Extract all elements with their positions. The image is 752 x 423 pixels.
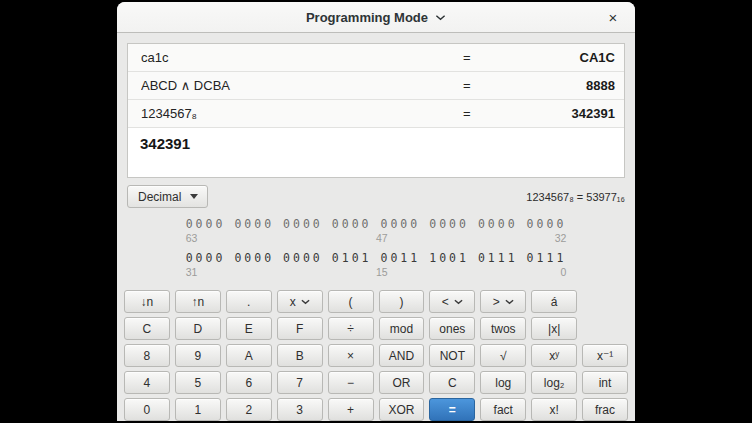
bit-row: 00000000000000000000000000000000634732 — [186, 217, 567, 246]
key-xor[interactable]: XOR — [379, 398, 425, 421]
bit-group[interactable]: 0111 — [527, 251, 567, 265]
key-multiply[interactable]: × — [328, 344, 374, 367]
key-integer-part[interactable]: int — [582, 371, 628, 394]
key-subtract[interactable]: − — [328, 371, 374, 394]
bit-group[interactable]: 0011 — [381, 251, 421, 265]
bit-group[interactable]: 0000 — [527, 217, 567, 231]
key-shift-left[interactable]: < — [429, 290, 475, 313]
key-label: fact — [494, 403, 513, 417]
base-dropdown[interactable]: Decimal — [127, 185, 208, 208]
key-1[interactable]: 1 — [175, 398, 221, 421]
bit-groups: 00000000000000000000000000000000 — [186, 217, 567, 231]
key-label: mod — [390, 322, 413, 336]
mode-menu-button[interactable]: Programming Mode — [306, 10, 446, 25]
key-absolute-value[interactable]: |x| — [531, 317, 577, 340]
key-clear[interactable]: C — [429, 371, 475, 394]
key-close-paren[interactable]: ) — [379, 290, 425, 313]
key-9[interactable]: 9 — [175, 344, 221, 367]
bit-group[interactable]: 0000 — [381, 217, 421, 231]
key-square-root[interactable]: √ — [480, 344, 526, 367]
key-character-code[interactable]: á — [531, 290, 577, 313]
key-power[interactable]: xʸ — [531, 344, 577, 367]
key-factorial[interactable]: x! — [531, 398, 577, 421]
key-label: . — [247, 295, 250, 309]
bit-group[interactable]: 0000 — [283, 251, 323, 265]
bit-group[interactable]: 0000 — [234, 251, 274, 265]
key-not[interactable]: NOT — [429, 344, 475, 367]
key-label: − — [347, 376, 354, 390]
key-ones-complement[interactable]: ones — [429, 317, 475, 340]
key-label: ( — [349, 295, 353, 309]
key-3[interactable]: 3 — [277, 398, 323, 421]
input-area[interactable]: 342391 — [128, 128, 624, 177]
bit-label-left: 63 — [186, 232, 198, 246]
titlebar[interactable]: Programming Mode × — [117, 2, 635, 33]
key-hex-e[interactable]: E — [226, 317, 272, 340]
history-row[interactable]: ABCD ∧ DCBA=8888 — [128, 72, 624, 100]
key-divide[interactable]: ÷ — [328, 317, 374, 340]
bit-group[interactable]: 0101 — [332, 251, 372, 265]
key-hex-b[interactable]: B — [277, 344, 323, 367]
key-6[interactable]: 6 — [226, 371, 272, 394]
chevron-down-icon — [454, 299, 463, 305]
key-hex-a[interactable]: A — [226, 344, 272, 367]
bit-label-left: 31 — [186, 266, 198, 280]
keypad: ↓n↑n.x()<>áCDEF÷modonestwos|x|89AB×ANDNO… — [117, 285, 635, 421]
history-equals-sign: = — [463, 50, 487, 65]
key-label: 7 — [296, 376, 303, 390]
bit-group[interactable]: 0000 — [186, 251, 226, 265]
key-hex-c[interactable]: C — [124, 317, 170, 340]
key-twos-complement[interactable]: twos — [480, 317, 526, 340]
chevron-down-icon — [505, 299, 514, 305]
bit-row: 0000000000000101001110010111011131150 — [186, 251, 567, 280]
key-or[interactable]: OR — [379, 371, 425, 394]
key-7[interactable]: 7 — [277, 371, 323, 394]
key-label: 4 — [144, 376, 151, 390]
key-hex-f[interactable]: F — [277, 317, 323, 340]
bit-labels: 634732 — [186, 232, 567, 246]
key-label: á — [551, 295, 558, 309]
history-row[interactable]: 1234567₈=342391 — [128, 100, 624, 128]
key-2[interactable]: 2 — [226, 398, 272, 421]
key-label: ÷ — [347, 322, 354, 336]
dropdown-arrow-icon — [190, 194, 198, 199]
bit-group[interactable]: 0111 — [478, 251, 518, 265]
key-8[interactable]: 8 — [124, 344, 170, 367]
key-decimal-point[interactable]: . — [226, 290, 272, 313]
key-factorize[interactable]: fact — [480, 398, 526, 421]
key-fractional-part[interactable]: frac — [582, 398, 628, 421]
bit-group[interactable]: 0000 — [478, 217, 518, 231]
key-inverse[interactable]: x⁻¹ — [582, 344, 628, 367]
bit-group[interactable]: 0000 — [283, 217, 323, 231]
base-dropdown-label: Decimal — [138, 190, 181, 204]
key-5[interactable]: 5 — [175, 371, 221, 394]
key-variable[interactable]: x — [277, 290, 323, 313]
key-label: log — [495, 376, 511, 390]
close-button[interactable]: × — [600, 2, 626, 33]
key-subscript[interactable]: ↓n — [124, 290, 170, 313]
key-open-paren[interactable]: ( — [328, 290, 374, 313]
bit-labels: 31150 — [186, 266, 567, 280]
history-result: 342391 — [487, 106, 615, 121]
history-list: ca1c=CA1CABCD ∧ DCBA=88881234567₈=342391 — [128, 44, 624, 128]
bit-group[interactable]: 1001 — [429, 251, 469, 265]
bit-group[interactable]: 0000 — [234, 217, 274, 231]
key-4[interactable]: 4 — [124, 371, 170, 394]
key-0[interactable]: 0 — [124, 398, 170, 421]
key-log[interactable]: log — [480, 371, 526, 394]
history-row[interactable]: ca1c=CA1C — [128, 44, 624, 72]
bit-group[interactable]: 0000 — [186, 217, 226, 231]
key-log2[interactable]: log₂ — [531, 371, 577, 394]
key-hex-d[interactable]: D — [175, 317, 221, 340]
key-equals[interactable]: = — [429, 398, 475, 421]
key-modulus[interactable]: mod — [379, 317, 425, 340]
key-label: xʸ — [549, 349, 559, 363]
key-shift-right[interactable]: > — [480, 290, 526, 313]
key-label: 2 — [245, 403, 252, 417]
key-and[interactable]: AND — [379, 344, 425, 367]
key-add[interactable]: + — [328, 398, 374, 421]
bit-group[interactable]: 0000 — [332, 217, 372, 231]
history-equals-sign: = — [463, 106, 487, 121]
bit-group[interactable]: 0000 — [429, 217, 469, 231]
key-superscript[interactable]: ↑n — [175, 290, 221, 313]
